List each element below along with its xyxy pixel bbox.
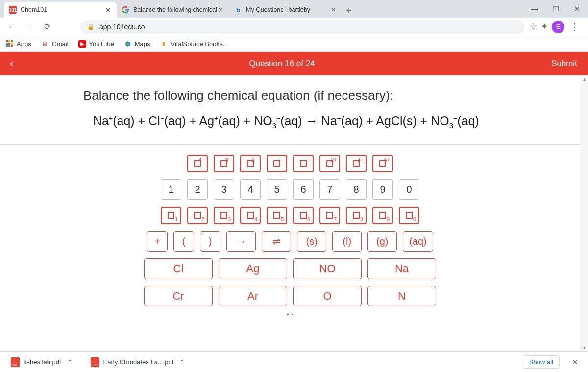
bookmark-apps[interactable]: Apps [6, 40, 31, 48]
element-Ar-button[interactable]: Ar [219, 286, 287, 306]
lparen-button[interactable]: ( [173, 231, 194, 252]
subscript-5-button[interactable]: 5 [267, 207, 287, 224]
charge-2+-button[interactable]: 2+ [319, 155, 340, 172]
bookmark-maps[interactable]: Maps [124, 40, 150, 48]
close-icon[interactable]: ✕ [217, 5, 224, 15]
number-3-button[interactable]: 3 [214, 179, 234, 200]
element-N-button[interactable]: N [368, 286, 436, 306]
bookmark-label: Apps [17, 40, 31, 47]
show-all-button[interactable]: Show all [523, 355, 560, 369]
charge-+-button[interactable]: + [293, 155, 314, 172]
bookmark-gmail[interactable]: M Gmail [41, 40, 69, 48]
rparen-button[interactable]: ) [200, 231, 220, 252]
tab-google[interactable]: Balance the following chemical ✕ [117, 2, 229, 18]
subscript-6-button[interactable]: 6 [293, 207, 314, 224]
state-g-button[interactable]: (g) [368, 231, 397, 252]
charge-−-button[interactable]: − [267, 155, 287, 172]
number-4-button[interactable]: 4 [240, 179, 261, 200]
address-bar[interactable]: 🔒 app.101edu.co [80, 20, 525, 34]
state-aq-button[interactable]: (aq) [403, 231, 433, 252]
element-Na-button[interactable]: Na [368, 258, 436, 279]
tab-title: Balance the following chemical [133, 6, 217, 13]
charge-4−-button[interactable]: 4− [187, 155, 208, 172]
tab-title: Chem101 [21, 6, 104, 13]
favicon-google-icon [122, 6, 129, 14]
app-header: ‹ Question 16 of 24 Submit [0, 52, 588, 75]
arrow-button[interactable]: → [226, 231, 256, 252]
tab-chem101[interactable]: 101 Chem101 ✕ [4, 2, 117, 18]
subscript-1-button[interactable]: 1 [161, 207, 181, 224]
element-O-button[interactable]: O [293, 286, 362, 306]
charge-3−-button[interactable]: 3− [214, 155, 234, 172]
scroll-down-icon[interactable]: ▾ [580, 344, 588, 351]
subscript-9-button[interactable]: 9 [372, 207, 393, 224]
minimize-icon[interactable]: — [523, 5, 545, 13]
browser-tabstrip: 101 Chem101 ✕ Balance the following chem… [0, 0, 588, 18]
number-9-button[interactable]: 9 [372, 179, 393, 200]
close-icon[interactable]: ✕ [569, 358, 581, 366]
chevron-up-icon[interactable]: ⌃ [67, 358, 73, 366]
number-7-button[interactable]: 7 [319, 179, 340, 200]
element-NO-button[interactable]: NO [293, 258, 362, 279]
submit-button[interactable]: Submit [540, 52, 588, 75]
forward-icon[interactable]: → [22, 19, 37, 35]
charge-2−-button[interactable]: 2− [240, 155, 261, 172]
number-6-button[interactable]: 6 [293, 179, 314, 200]
subscript-2-button[interactable]: 2 [187, 207, 208, 224]
subscript-7-button[interactable]: 7 [319, 207, 340, 224]
close-icon[interactable]: ✕ [330, 5, 337, 15]
tab-bartleby[interactable]: b My Questions | bartleby ✕ [229, 2, 342, 18]
close-icon[interactable]: ✕ [104, 5, 112, 15]
youtube-icon: ▶ [78, 40, 86, 48]
window-controls: — ❐ ✕ [523, 0, 588, 18]
number-8-button[interactable]: 8 [346, 179, 367, 200]
downloads-bar: fishes lab.pdf ⌃ Early Chrodates La....p… [0, 351, 588, 372]
maps-icon [124, 40, 132, 48]
vitalsource-icon: ▮ [160, 40, 168, 48]
element-Ag-button[interactable]: Ag [219, 258, 287, 279]
profile-avatar[interactable]: E [552, 21, 564, 33]
download-filename: fishes lab.pdf [24, 358, 61, 366]
back-icon[interactable]: ← [4, 19, 20, 35]
url-text: app.101edu.co [99, 23, 145, 31]
extensions-icon[interactable]: ✦ [541, 22, 548, 32]
subscript-3-button[interactable]: 3 [214, 207, 234, 224]
new-tab-button[interactable]: + [342, 4, 356, 18]
address-row: ← → ⟳ 🔒 app.101edu.co ☆ ✦ E ⋮ [0, 18, 588, 36]
charge-3+-button[interactable]: 3+ [346, 155, 367, 172]
element-Cl-button[interactable]: Cl [144, 258, 213, 279]
bookmark-vitalsource[interactable]: ▮ VitalSource Books... [160, 40, 228, 48]
menu-dots-icon[interactable]: ⋮ [568, 22, 581, 32]
keypad: 4−3−2−−+2+3+4+ 1234567890 1234567890 + (… [0, 144, 580, 325]
chevron-up-icon[interactable]: ⌃ [179, 358, 185, 366]
scroll-up-icon[interactable]: ▴ [580, 75, 588, 83]
number-2-button[interactable]: 2 [187, 179, 208, 200]
pdf-icon [91, 357, 99, 367]
back-chevron-icon[interactable]: ‹ [0, 57, 24, 70]
state-l-button[interactable]: (l) [332, 231, 362, 252]
subscript-4-button[interactable]: 4 [240, 207, 261, 224]
charge-4+-button[interactable]: 4+ [372, 155, 393, 172]
bookmark-youtube[interactable]: ▶ YouTube [78, 40, 114, 48]
subscript-8-button[interactable]: 8 [346, 207, 367, 224]
download-item[interactable]: fishes lab.pdf ⌃ [7, 355, 77, 370]
maximize-icon[interactable]: ❐ [545, 5, 566, 13]
element-Cr-button[interactable]: Cr [144, 286, 213, 306]
bookmark-star-icon[interactable]: ☆ [530, 22, 537, 32]
bookmark-label: VitalSource Books... [171, 40, 228, 47]
download-filename: Early Chrodates La....pdf [103, 358, 174, 366]
subscript-0-button[interactable]: 0 [399, 207, 419, 224]
reload-icon[interactable]: ⟳ [39, 19, 55, 35]
reversible-arrow-button[interactable]: ⇌ [262, 231, 291, 252]
close-window-icon[interactable]: ✕ [566, 5, 588, 13]
number-0-button[interactable]: 0 [399, 179, 419, 200]
number-1-button[interactable]: 1 [161, 179, 181, 200]
bookmark-label: Gmail [52, 40, 69, 47]
number-5-button[interactable]: 5 [267, 179, 287, 200]
plus-button[interactable]: + [147, 231, 168, 252]
bookmark-label: YouTube [89, 40, 114, 47]
download-item[interactable]: Early Chrodates La....pdf ⌃ [87, 355, 190, 370]
apps-grid-icon [6, 40, 14, 48]
state-s-button[interactable]: (s) [297, 231, 326, 252]
scrollbar[interactable]: ▴ ▾ [580, 75, 588, 351]
